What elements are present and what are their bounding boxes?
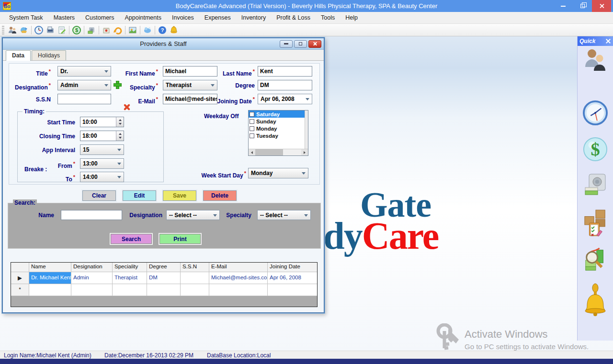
weekday-item-tuesday[interactable]: Tuesday — [249, 132, 308, 139]
dialog-title-bar[interactable]: Providers & Staff — [3, 38, 324, 50]
weekday-off-list[interactable]: Saturday Sunday Monday Tuesday — [248, 110, 308, 156]
grid-header-designation[interactable]: Designation — [71, 263, 113, 272]
menu-customers[interactable]: Customers — [80, 12, 119, 23]
scroll-right-icon[interactable] — [301, 149, 308, 155]
dialog-minimize-button[interactable] — [280, 40, 293, 48]
spinner-arrows-icon[interactable] — [116, 131, 124, 141]
week-start-day-select[interactable]: Monday — [248, 168, 308, 178]
close-button[interactable] — [592, 0, 611, 12]
grid-header-speciality[interactable]: Speciality — [113, 263, 147, 272]
staff-icon[interactable] — [7, 25, 18, 35]
break-from-select[interactable]: 13:00 — [80, 158, 124, 169]
checkbox-icon[interactable] — [250, 119, 254, 124]
weekday-item-saturday[interactable]: Saturday — [249, 110, 308, 118]
cell-email[interactable]: Michael@med-sites.com — [209, 272, 268, 284]
quick-expenses-icon[interactable] — [583, 171, 608, 198]
menu-invoices[interactable]: Invoices — [167, 12, 199, 23]
joining-date-select[interactable]: Apr 06, 2008 — [258, 94, 312, 104]
cell-empty[interactable] — [268, 284, 317, 296]
cell-empty[interactable] — [71, 284, 113, 296]
quick-close-icon[interactable] — [605, 38, 611, 44]
title-select[interactable]: Dr. — [57, 66, 111, 77]
specialty-select[interactable]: Therapist — [163, 80, 217, 90]
checkbox-icon[interactable] — [250, 126, 254, 131]
search-name-input[interactable] — [61, 210, 122, 220]
checkbox-icon[interactable] — [250, 133, 254, 138]
first-name-field[interactable] — [163, 66, 217, 77]
designation-select[interactable]: Admin — [57, 80, 111, 90]
ssn-field[interactable] — [57, 94, 111, 104]
grid-header-email[interactable]: E-Mail — [209, 263, 268, 272]
quick-staff-icon[interactable] — [583, 47, 608, 74]
scrollbar-thumb[interactable] — [255, 149, 283, 155]
search-designation-select[interactable]: -- Select -- — [166, 210, 220, 220]
tab-holidays[interactable]: Holidays — [32, 50, 66, 60]
closing-time-spinner[interactable]: 18:00 — [80, 131, 124, 141]
menu-masters[interactable]: Masters — [48, 12, 80, 23]
quick-clock-icon[interactable] — [583, 99, 608, 126]
grid-header-name[interactable]: Name — [29, 263, 71, 272]
scroll-left-icon[interactable] — [249, 149, 255, 155]
cell-name[interactable]: Dr. Michael Kent — [29, 272, 71, 284]
cell-ssn[interactable] — [181, 272, 209, 284]
cell-empty[interactable] — [29, 284, 71, 296]
cell-designation[interactable]: Admin — [71, 272, 113, 284]
dialog-close-button[interactable] — [308, 40, 321, 48]
table-row-new[interactable]: * — [11, 284, 317, 296]
menu-appointments[interactable]: Appointments — [120, 12, 167, 23]
dollar-icon[interactable]: $ — [71, 25, 82, 35]
vertical-scrollbar[interactable] — [305, 110, 308, 149]
cell-empty[interactable] — [113, 284, 147, 296]
delete-designation-icon[interactable] — [124, 104, 130, 110]
undo-icon[interactable] — [112, 25, 124, 35]
weekday-item-sunday[interactable]: Sunday — [249, 118, 308, 125]
fax-icon[interactable] — [45, 25, 56, 35]
tools-icon[interactable] — [142, 25, 153, 35]
grid-header-joining-date[interactable]: Joining Date — [268, 263, 317, 272]
cell-empty[interactable] — [181, 284, 209, 296]
cell-degree[interactable]: DM — [147, 272, 181, 284]
edit-button[interactable]: Edit — [123, 190, 156, 201]
cell-joining-date[interactable]: Apr 06, 2008 — [268, 272, 317, 284]
help-icon[interactable]: ? — [157, 25, 168, 35]
email-field[interactable] — [163, 94, 217, 104]
menu-help[interactable]: Help — [340, 12, 363, 23]
quick-bell-icon[interactable] — [583, 282, 608, 319]
expense-icon[interactable] — [86, 25, 97, 35]
invoice-icon[interactable] — [56, 25, 68, 35]
gallery-icon[interactable] — [127, 25, 138, 35]
cell-empty[interactable] — [147, 284, 181, 296]
quick-inventory-icon[interactable] — [583, 207, 608, 240]
checkbox-icon[interactable] — [250, 112, 254, 117]
tab-data[interactable]: Data — [6, 50, 31, 61]
cell-speciality[interactable]: Therapist — [113, 272, 147, 284]
horizontal-scrollbar[interactable] — [249, 149, 308, 155]
print-button[interactable]: Print — [159, 234, 201, 244]
clear-button[interactable]: Clear — [82, 190, 116, 201]
save-button[interactable]: Save — [163, 190, 196, 201]
spinner-arrows-icon[interactable] — [116, 117, 124, 127]
minimize-button[interactable] — [554, 0, 573, 12]
cell-empty[interactable] — [209, 284, 268, 296]
quick-dollar-icon[interactable]: $ — [583, 136, 608, 163]
dialog-maximize-button[interactable] — [294, 40, 307, 48]
quick-reports-icon[interactable] — [583, 246, 608, 273]
menu-expenses[interactable]: Expenses — [199, 12, 236, 23]
sales-icon[interactable] — [101, 25, 112, 35]
menu-profit-loss[interactable]: Profit & Loss — [271, 12, 316, 23]
last-name-field[interactable] — [258, 66, 312, 77]
bell-icon[interactable] — [168, 25, 180, 35]
weekday-item-monday[interactable]: Monday — [249, 125, 308, 132]
menu-tools[interactable]: Tools — [316, 12, 340, 23]
break-to-select[interactable]: 14:00 — [80, 172, 124, 182]
menu-inventory[interactable]: Inventory — [236, 12, 271, 23]
restore-button[interactable] — [573, 0, 592, 12]
menu-system-task[interactable]: System Task — [4, 12, 48, 23]
search-button[interactable]: Search — [111, 234, 152, 244]
search-specialty-select[interactable]: -- Select -- — [257, 210, 311, 220]
start-time-spinner[interactable]: 10:00 — [80, 117, 124, 127]
grid-header-degree[interactable]: Degree — [147, 263, 181, 272]
table-row[interactable]: ▶ Dr. Michael Kent Admin Therapist DM Mi… — [11, 272, 317, 284]
grid-header-ssn[interactable]: S.S.N — [181, 263, 209, 272]
spa-icon[interactable] — [18, 25, 30, 35]
